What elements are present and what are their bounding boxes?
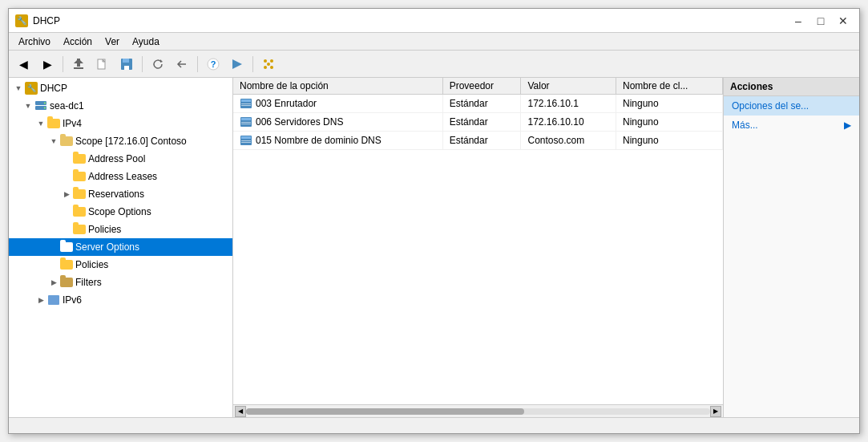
row-2-icon [240, 116, 252, 128]
svg-rect-31 [241, 136, 251, 139]
tree-expand-filters[interactable]: ▶ [47, 278, 60, 286]
title-bar-controls: – □ ✕ [789, 13, 853, 29]
tree-label-filters: Filters [75, 277, 102, 288]
tree-item-address-pool[interactable]: ▶ Address Pool [9, 150, 232, 168]
tree-item-reservations[interactable]: ▶ Reservations [9, 185, 232, 203]
toolbar-tools[interactable] [257, 54, 280, 75]
toolbar-refresh[interactable] [147, 54, 169, 75]
tree-item-dhcp[interactable]: ▼ 🔧 DHCP [9, 79, 232, 97]
row-2-value: 172.16.10.10 [521, 113, 616, 132]
toolbar-back[interactable]: ◀ [12, 54, 34, 75]
maximize-button[interactable]: □ [811, 13, 830, 29]
svg-marker-9 [160, 59, 163, 63]
policies-scope-folder-icon [73, 223, 86, 236]
tree-item-ipv6[interactable]: ▶ IPv6 [9, 291, 232, 309]
toolbar-forward[interactable]: ▶ [36, 54, 59, 75]
tree-label-address-pool: Address Pool [88, 153, 145, 164]
toolbar-run[interactable] [226, 54, 248, 75]
svg-point-17 [267, 63, 270, 66]
menu-archivo[interactable]: Archivo [12, 34, 57, 49]
row-3-icon [240, 134, 252, 147]
svg-rect-23 [241, 99, 251, 102]
tree-item-server-options[interactable]: ▶ Server Options [9, 238, 232, 256]
tree-label-ipv6: IPv6 [63, 294, 82, 306]
toolbar-sep-2 [142, 56, 143, 72]
status-bar [9, 417, 859, 433]
toolbar-new[interactable] [91, 54, 114, 75]
tree-label-address-leases: Address Leases [88, 171, 157, 182]
tree-expand-scope[interactable]: ▼ [47, 137, 60, 145]
window-title: DHCP [33, 15, 60, 26]
svg-point-16 [270, 66, 273, 69]
actions-item-mas[interactable]: Más... ▶ [724, 116, 859, 135]
tree-item-filters[interactable]: ▶ Filters [9, 274, 232, 291]
row-1-value: 172.16.10.1 [521, 95, 616, 113]
row-1-classname: Ninguno [616, 95, 723, 113]
menu-ver[interactable]: Ver [99, 34, 126, 49]
scope-folder-icon [60, 135, 73, 148]
ipv4-folder-icon [47, 117, 60, 130]
row-2-provider: Estándar [442, 113, 521, 132]
actions-header: Acciones [724, 78, 859, 96]
toolbar-sep-1 [63, 56, 63, 72]
scroll-thumb[interactable] [246, 408, 524, 415]
table-row[interactable]: 015 Nombre de dominio DNS Estándar Conto… [233, 132, 723, 150]
table-row[interactable]: 003 Enrutador Estándar 172.16.10.1 Ningu… [233, 95, 723, 113]
tree-item-ipv4[interactable]: ▼ IPv4 [9, 115, 232, 132]
tree-label-policies: Policies [75, 259, 108, 270]
svg-point-13 [264, 59, 267, 63]
toolbar-back2[interactable] [171, 54, 193, 75]
tree-expand-ipv4[interactable]: ▼ [34, 120, 47, 128]
tree-label-policies-scope: Policies [88, 224, 121, 235]
row-3-classname: Ninguno [616, 132, 723, 150]
col-header-provider[interactable]: Proveedor [442, 78, 521, 95]
svg-rect-33 [241, 142, 251, 143]
scroll-track[interactable] [246, 408, 710, 415]
svg-rect-29 [241, 124, 251, 124]
scroll-left[interactable]: ◀ [235, 406, 246, 417]
tree-label-scope-options: Scope Options [88, 206, 151, 217]
actions-item-opciones[interactable]: Opciones del se... [724, 96, 859, 116]
tree-item-policies-scope[interactable]: ▶ Policies [9, 221, 232, 238]
tree-item-scope[interactable]: ▼ Scope [172.16.0] Contoso [9, 132, 232, 150]
minimize-button[interactable]: – [789, 13, 808, 29]
svg-marker-2 [74, 59, 83, 63]
tree-expand-dhcp[interactable]: ▼ [12, 84, 25, 92]
svg-text:?: ? [211, 59, 216, 69]
tree-expand-reservations[interactable]: ▶ [60, 190, 73, 198]
col-header-classname[interactable]: Nombre de cl... [616, 78, 723, 95]
scope-options-folder-icon [73, 205, 86, 218]
menu-ayuda[interactable]: Ayuda [126, 34, 166, 49]
svg-point-15 [264, 66, 267, 69]
tree-label-ipv4: IPv4 [63, 118, 82, 129]
toolbar-sep-4 [252, 56, 253, 72]
tree-expand-sea-dc1[interactable]: ▼ [22, 102, 34, 110]
close-button[interactable]: ✕ [834, 13, 853, 29]
row-3-option: 015 Nombre de dominio DNS [233, 132, 442, 150]
tree-panel: ▼ 🔧 DHCP ▼ sea-dc1 [9, 78, 233, 417]
table-row[interactable]: 006 Servidores DNS Estándar 172.16.10.10… [233, 113, 723, 132]
arrow-icon: ▶ [844, 120, 851, 131]
col-header-value[interactable]: Valor [521, 78, 616, 95]
tree-label-dhcp: DHCP [40, 83, 67, 94]
row-3-value: Contoso.com [521, 132, 616, 150]
dhcp-icon: 🔧 [25, 82, 38, 95]
toolbar-help[interactable]: ? [202, 54, 224, 75]
tree-item-scope-options[interactable]: ▶ Scope Options [9, 203, 232, 221]
tree-item-sea-dc1[interactable]: ▼ sea-dc1 [9, 97, 232, 115]
server-icon [34, 99, 47, 112]
toolbar-save[interactable] [115, 54, 138, 75]
toolbar-sep-3 [197, 56, 198, 72]
address-pool-folder-icon [73, 152, 86, 165]
scroll-right[interactable]: ▶ [710, 406, 721, 417]
server-options-icon [60, 241, 73, 253]
toolbar-up[interactable] [67, 54, 90, 75]
tree-label-scope: Scope [172.16.0] Contoso [75, 136, 187, 147]
svg-rect-8 [124, 66, 129, 70]
tree-item-policies[interactable]: ▶ Policies [9, 256, 232, 274]
tree-item-address-leases[interactable]: ▶ Address Leases [9, 168, 232, 185]
menu-accion[interactable]: Acción [57, 34, 99, 49]
col-header-option-name[interactable]: Nombre de la opción [233, 78, 442, 95]
horizontal-scrollbar[interactable]: ◀ ▶ [233, 404, 723, 417]
tree-expand-ipv6[interactable]: ▶ [34, 296, 47, 304]
